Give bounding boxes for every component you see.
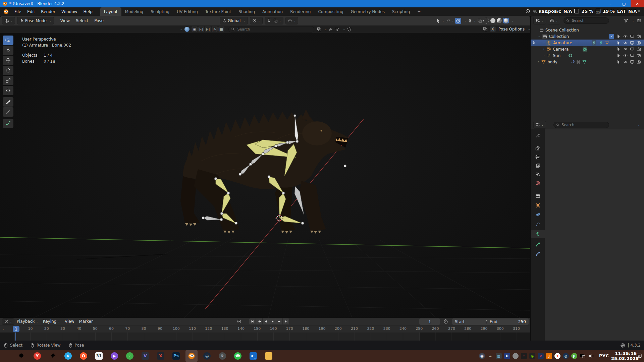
- tab-bone[interactable]: [531, 240, 545, 248]
- tool-scale[interactable]: [3, 76, 13, 85]
- menu-pose[interactable]: Pose: [91, 16, 107, 25]
- viewport-3d[interactable]: User Perspective (1) Armature : Bone.002…: [0, 33, 530, 318]
- xray-toggle[interactable]: ⌄: [468, 18, 476, 23]
- tab-physics[interactable]: [531, 210, 545, 219]
- body-select-icon[interactable]: [616, 60, 621, 64]
- menu-render[interactable]: Render: [38, 7, 58, 16]
- tab-view-layer[interactable]: [531, 162, 545, 170]
- workspace-tab-layout[interactable]: Layout: [100, 7, 121, 16]
- add-workspace-button[interactable]: +: [414, 7, 424, 16]
- outliner-row-scene-collection[interactable]: Scene Collection: [531, 27, 644, 33]
- network-offline-icon[interactable]: [620, 343, 625, 348]
- app-media[interactable]: ▶: [111, 352, 118, 360]
- maximize-button[interactable]: ▢: [617, 0, 631, 7]
- workspace-tab-compositing[interactable]: Compositing: [314, 7, 347, 16]
- camera-select-icon[interactable]: [616, 47, 621, 51]
- select-mode-invert-button[interactable]: ◳: [212, 26, 218, 32]
- playhead[interactable]: [15, 333, 16, 341]
- tray-nvidia[interactable]: ◉: [529, 353, 535, 359]
- camera-expand-icon[interactable]: ›: [543, 48, 544, 51]
- tab-constraints[interactable]: [531, 220, 545, 228]
- sun-hide-icon[interactable]: [623, 53, 628, 58]
- tab-bone-constraints[interactable]: [531, 249, 545, 257]
- shading-wireframe-button[interactable]: [483, 18, 489, 23]
- show-xray-toggle[interactable]: [477, 18, 482, 23]
- tool-rotate[interactable]: [3, 66, 13, 75]
- play-reverse-button[interactable]: [263, 318, 269, 324]
- tab-render[interactable]: [531, 144, 545, 152]
- tab-object-data-active[interactable]: [531, 230, 545, 238]
- sun-viewport-icon[interactable]: [630, 53, 634, 58]
- auto-keying-record-icon[interactable]: [237, 319, 241, 324]
- tool-annotate[interactable]: [3, 97, 13, 107]
- outliner-filter-icon[interactable]: [624, 18, 628, 23]
- close-button[interactable]: ✕: [631, 0, 644, 7]
- sun-expand-icon[interactable]: ›: [543, 54, 544, 57]
- tray-screenshot[interactable]: ▦: [496, 353, 502, 359]
- app-browser-red[interactable]: Y: [34, 352, 41, 360]
- play-button[interactable]: [269, 318, 276, 324]
- select-mode-extend-button[interactable]: ◱: [198, 26, 204, 32]
- tray-gray[interactable]: [513, 353, 519, 359]
- menu-keying[interactable]: Keying⌄: [41, 318, 62, 325]
- start-frame-field[interactable]: Start 1: [452, 318, 491, 325]
- select-mode-subtract-button[interactable]: ◰: [205, 26, 211, 32]
- shading-solid-button[interactable]: [490, 18, 495, 23]
- camera-hide-icon[interactable]: [623, 47, 628, 51]
- app-terminal[interactable]: >_: [250, 352, 257, 360]
- overlays-toggle[interactable]: [455, 18, 461, 24]
- timeline-editor-type[interactable]: ⌄: [2, 318, 14, 325]
- search-taskbar-icon[interactable]: [18, 352, 25, 360]
- workspace-tab-uv-editing[interactable]: UV Editing: [173, 7, 202, 16]
- outliner-row-collection[interactable]: ⌄ Collection ✓: [531, 33, 644, 40]
- menu-edit[interactable]: Edit: [24, 7, 38, 16]
- current-frame-indicator[interactable]: 1: [13, 326, 19, 332]
- tab-scene[interactable]: [531, 170, 545, 178]
- app-x[interactable]: X: [157, 352, 164, 360]
- app-calendar[interactable]: 31: [95, 352, 103, 360]
- armature-viewport-icon[interactable]: [630, 41, 634, 45]
- viewlayer-close-icon[interactable]: ✕: [637, 9, 641, 13]
- app-opera[interactable]: O: [80, 352, 87, 360]
- workspace-tab-scripting[interactable]: Scripting: [388, 7, 414, 16]
- end-frame-field[interactable]: End 250: [487, 318, 529, 325]
- mode-selector[interactable]: Pose Mode⌄: [17, 17, 54, 24]
- workspace-tab-sculpting[interactable]: Sculpting: [147, 7, 173, 16]
- properties-options-chevron[interactable]: ⌄: [638, 123, 640, 126]
- sun-render-icon[interactable]: [637, 53, 641, 58]
- proportional-editing-dropdown[interactable]: ⌄: [285, 17, 298, 24]
- tool-cursor[interactable]: [3, 46, 13, 55]
- workspace-tab-modeling[interactable]: Modeling: [121, 7, 147, 16]
- tool-move[interactable]: [3, 56, 13, 65]
- app-photoshop[interactable]: Ps: [172, 352, 180, 360]
- tray-java[interactable]: J: [546, 353, 552, 359]
- timeline-expand-arrow[interactable]: ›: [3, 328, 4, 331]
- select-mode-set-button[interactable]: ▣: [192, 26, 198, 32]
- menu-timeline-view[interactable]: View: [62, 318, 76, 325]
- werewolf-model[interactable]: [180, 109, 349, 234]
- clock[interactable]: 11:35:16 25.03.2025: [611, 351, 637, 361]
- app-steam[interactable]: ◎: [203, 352, 211, 360]
- menu-playback[interactable]: Playback⌄: [14, 318, 41, 325]
- menu-view[interactable]: View: [57, 16, 73, 25]
- tab-world[interactable]: [531, 179, 545, 187]
- tool-search-input[interactable]: [237, 27, 312, 32]
- tab-collection[interactable]: [531, 192, 545, 200]
- next-keyframe-button[interactable]: [276, 318, 282, 324]
- workspace-tab-texture-paint[interactable]: Texture Paint: [202, 7, 235, 16]
- outliner-row-body[interactable]: › body: [531, 59, 644, 65]
- active-tool-icon[interactable]: [184, 27, 190, 32]
- armature-expand-icon[interactable]: ›: [543, 41, 544, 44]
- menu-file[interactable]: File: [11, 7, 24, 16]
- collection-expand-icon[interactable]: ⌄: [538, 35, 540, 38]
- tool-transform[interactable]: [3, 86, 13, 95]
- bookmark-icon[interactable]: [329, 27, 333, 32]
- current-frame-field[interactable]: 1: [419, 318, 440, 325]
- language-indicator[interactable]: РУС: [599, 353, 609, 358]
- outliner-search-input[interactable]: [571, 18, 607, 23]
- menu-select[interactable]: Select: [73, 16, 91, 25]
- tab-tool[interactable]: [531, 131, 545, 139]
- app-folder[interactable]: [265, 352, 272, 360]
- properties-search-input[interactable]: [561, 122, 606, 127]
- body-hide-icon[interactable]: [623, 60, 628, 64]
